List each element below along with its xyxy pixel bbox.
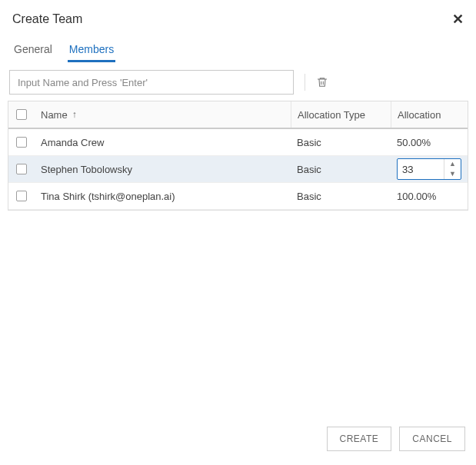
tabs: General Members <box>8 32 468 62</box>
row-checkbox-cell <box>8 156 35 182</box>
row-checkbox[interactable] <box>16 191 27 201</box>
modal-footer: CREATE CANCEL <box>8 419 468 457</box>
row-checkbox[interactable] <box>16 137 27 148</box>
allocation-spinner: ▲▼ <box>444 159 461 179</box>
table-row[interactable]: Amanda CrewBasic50.00% <box>8 129 468 156</box>
tab-members[interactable]: Members <box>68 38 115 61</box>
trash-icon <box>316 76 328 88</box>
spinner-down-icon[interactable]: ▼ <box>444 169 461 179</box>
column-header-name-label: Name <box>41 109 68 121</box>
select-all-cell <box>8 101 35 128</box>
row-checkbox[interactable] <box>16 164 27 174</box>
toolbar <box>8 62 468 101</box>
cancel-button[interactable]: CANCEL <box>399 427 465 451</box>
cell-name: Amanda Crew <box>35 129 291 155</box>
modal-header: Create Team ✕ <box>8 11 468 32</box>
member-name-input[interactable] <box>9 70 294 95</box>
table-body: Amanda CrewBasic50.00%Stephen Tobolowsky… <box>8 129 468 210</box>
row-checkbox-cell <box>8 183 35 209</box>
create-team-modal: Create Team ✕ General Members Name ↑ All… <box>0 0 476 465</box>
create-button[interactable]: CREATE <box>327 427 392 451</box>
column-header-allocation-type[interactable]: Allocation Type <box>291 101 391 128</box>
column-header-name[interactable]: Name ↑ <box>35 101 291 128</box>
spinner-up-icon[interactable]: ▲ <box>444 159 461 169</box>
sort-asc-icon: ↑ <box>72 109 77 120</box>
column-header-allocation-label: Allocation <box>398 109 441 121</box>
allocation-editor: ▲▼ <box>397 158 461 180</box>
cell-allocation-type: Basic <box>291 156 391 182</box>
members-table: Name ↑ Allocation Type Allocation Amanda… <box>8 101 468 211</box>
delete-button[interactable] <box>316 76 328 88</box>
cell-allocation-type: Basic <box>291 183 391 209</box>
cell-name: Stephen Tobolowsky <box>35 156 291 182</box>
toolbar-divider <box>305 74 305 91</box>
table-header-row: Name ↑ Allocation Type Allocation <box>8 101 468 129</box>
cell-name: Tina Shirk (tshirk@oneplan.ai) <box>35 183 291 209</box>
table-row[interactable]: Tina Shirk (tshirk@oneplan.ai)Basic100.0… <box>8 183 468 210</box>
column-header-allocation[interactable]: Allocation <box>391 101 468 128</box>
modal-title: Create Team <box>12 12 82 26</box>
select-all-checkbox[interactable] <box>16 109 27 120</box>
table-row[interactable]: Stephen TobolowskyBasic▲▼ <box>8 156 468 183</box>
close-icon[interactable]: ✕ <box>452 11 464 28</box>
tab-general[interactable]: General <box>12 38 54 61</box>
cell-allocation[interactable]: 50.00% <box>391 129 468 155</box>
column-header-allocation-type-label: Allocation Type <box>298 109 365 121</box>
cell-allocation-type: Basic <box>291 129 391 155</box>
row-checkbox-cell <box>8 129 35 155</box>
allocation-input[interactable] <box>398 164 436 175</box>
cell-allocation[interactable]: 100.00% <box>391 183 468 209</box>
cell-allocation[interactable]: ▲▼ <box>391 156 468 182</box>
